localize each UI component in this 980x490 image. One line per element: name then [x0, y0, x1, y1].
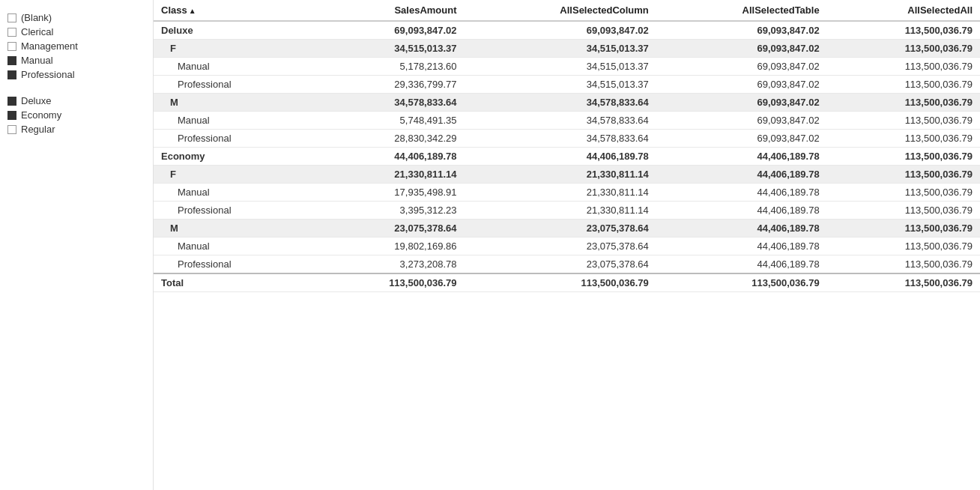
table-cell: 34,578,833.64 [465, 112, 656, 130]
table-cell: 3,395,312.23 [311, 202, 464, 220]
table-cell: 34,578,833.64 [465, 130, 656, 148]
table-cell: 69,093,847.02 [656, 76, 827, 94]
table-cell: 34,515,013.37 [465, 76, 656, 94]
filter-item-label: Management [21, 40, 78, 52]
sort-arrow-icon: ▲ [189, 7, 196, 15]
table-row: Manual5,748,491.3534,578,833.6469,093,84… [154, 112, 980, 130]
table-cell: 44,406,189.78 [656, 220, 827, 238]
table-cell: 113,500,036.79 [827, 76, 980, 94]
table-cell: 69,093,847.02 [656, 21, 827, 40]
table-row: M23,075,378.6423,075,378.6444,406,189.78… [154, 220, 980, 238]
table-cell: 19,802,169.86 [311, 238, 464, 255]
table-cell: 113,500,036.79 [827, 202, 980, 220]
table-row: F34,515,013.3734,515,013.3769,093,847.02… [154, 40, 980, 58]
table-cell: 21,330,811.14 [465, 202, 656, 220]
table-row: Manual5,178,213.6034,515,013.3769,093,84… [154, 58, 980, 76]
occupation-item[interactable]: Manual [7, 53, 145, 67]
column-header-allselectedall[interactable]: AllSelectedAll [827, 0, 980, 21]
table-cell: M [154, 220, 311, 238]
table-cell: Manual [154, 184, 311, 202]
table-cell: 23,075,378.64 [465, 238, 656, 255]
table-cell: 113,500,036.79 [827, 58, 980, 76]
table-cell: 113,500,036.79 [827, 255, 980, 274]
table-cell: 69,093,847.02 [656, 130, 827, 148]
table-cell: 44,406,189.78 [656, 184, 827, 202]
column-header-allselectedtable[interactable]: AllSelectedTable [656, 0, 827, 21]
column-header-allselectedcolumn[interactable]: AllSelectedColumn [465, 0, 656, 21]
data-table: Class▲SalesAmountAllSelectedColumnAllSel… [154, 0, 980, 292]
table-cell: 44,406,189.78 [311, 148, 464, 166]
table-cell: 44,406,189.78 [656, 148, 827, 166]
filter-item-label: Clerical [21, 26, 53, 37]
table-cell: Deluxe [154, 21, 311, 40]
table-row: Professional3,273,208.7823,075,378.6444,… [154, 255, 980, 274]
table-cell: 34,578,833.64 [465, 94, 656, 112]
table-cell: 28,830,342.29 [311, 130, 464, 148]
checkbox-checked-icon [7, 97, 16, 106]
table-cell: 44,406,189.78 [656, 238, 827, 255]
table-cell: 29,336,799.77 [311, 76, 464, 94]
table-cell: 69,093,847.02 [656, 112, 827, 130]
table-cell: 5,748,491.35 [311, 112, 464, 130]
checkbox-checked-icon [7, 111, 16, 120]
table-cell: 113,500,036.79 [827, 21, 980, 40]
table-row: Deluxe69,093,847.0269,093,847.0269,093,8… [154, 21, 980, 40]
table-row: F21,330,811.1421,330,811.1444,406,189.78… [154, 166, 980, 184]
table-cell: 21,330,811.14 [465, 166, 656, 184]
table-cell: Professional [154, 76, 311, 94]
table-cell: 34,578,833.64 [311, 94, 464, 112]
table-row: Manual19,802,169.8623,075,378.6444,406,1… [154, 238, 980, 255]
occupation-item[interactable]: (Blank) [7, 10, 145, 25]
table-cell: 44,406,189.78 [656, 255, 827, 274]
table-cell: 44,406,189.78 [465, 148, 656, 166]
class-item[interactable]: Economy [7, 108, 145, 122]
table-cell: 69,093,847.02 [311, 21, 464, 40]
table-cell: 113,500,036.79 [827, 220, 980, 238]
table-row: M34,578,833.6434,578,833.6469,093,847.02… [154, 94, 980, 112]
table-cell: 34,515,013.37 [465, 40, 656, 58]
column-header-salesamount[interactable]: SalesAmount [311, 0, 464, 21]
filter-item-label: (Blank) [21, 12, 52, 23]
filter-item-label: Regular [21, 124, 55, 135]
table-cell: 113,500,036.79 [827, 112, 980, 130]
table-cell: Total [154, 273, 311, 292]
column-header-class[interactable]: Class▲ [154, 0, 311, 21]
table-cell: 113,500,036.79 [827, 184, 980, 202]
table-cell: 34,515,013.37 [465, 58, 656, 76]
occupation-item[interactable]: Professional [7, 67, 145, 82]
table-cell: Professional [154, 202, 311, 220]
table-cell: F [154, 40, 311, 58]
table-cell: 23,075,378.64 [311, 220, 464, 238]
table-cell: 44,406,189.78 [656, 166, 827, 184]
table-cell: F [154, 166, 311, 184]
table-cell: 113,500,036.79 [827, 148, 980, 166]
table-cell: 113,500,036.79 [827, 273, 980, 292]
table-row: Manual17,935,498.9121,330,811.1444,406,1… [154, 184, 980, 202]
checkbox-unchecked-icon [7, 28, 16, 37]
table-cell: 113,500,036.79 [311, 273, 464, 292]
occupation-item[interactable]: Management [7, 39, 145, 53]
table-cell: 113,500,036.79 [827, 40, 980, 58]
checkbox-checked-icon [7, 56, 16, 65]
table-cell: Professional [154, 130, 311, 148]
table-row: Professional3,395,312.2321,330,811.1444,… [154, 202, 980, 220]
filter-item-label: Economy [21, 109, 61, 121]
table-cell: 113,500,036.79 [465, 273, 656, 292]
table-cell: 23,075,378.64 [465, 255, 656, 274]
table-cell: 113,500,036.79 [656, 273, 827, 292]
table-cell: Manual [154, 238, 311, 255]
class-item[interactable]: Regular [7, 122, 145, 136]
table-row: Economy44,406,189.7844,406,189.7844,406,… [154, 148, 980, 166]
table-cell: Professional [154, 255, 311, 274]
table-cell: 113,500,036.79 [827, 130, 980, 148]
table-row: Total113,500,036.79113,500,036.79113,500… [154, 273, 980, 292]
table-cell: 3,273,208.78 [311, 255, 464, 274]
class-item[interactable]: Deluxe [7, 94, 145, 108]
occupation-item[interactable]: Clerical [7, 25, 145, 39]
table-cell: 113,500,036.79 [827, 94, 980, 112]
table-row: Professional29,336,799.7734,515,013.3769… [154, 76, 980, 94]
table-row: Professional28,830,342.2934,578,833.6469… [154, 130, 980, 148]
checkbox-checked-icon [7, 70, 16, 79]
table-cell: 113,500,036.79 [827, 238, 980, 255]
main-content: Class▲SalesAmountAllSelectedColumnAllSel… [154, 0, 980, 490]
